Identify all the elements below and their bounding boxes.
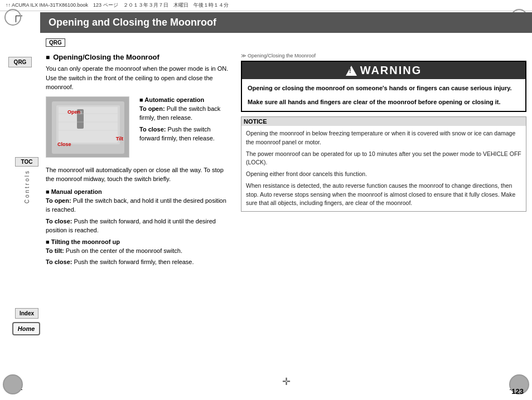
warning-text1: Opening or closing the moonroof on someo… (248, 84, 520, 93)
warning-title: WARNING (360, 64, 422, 77)
warning-box: WARNING Opening or closing the moonroof … (241, 61, 526, 112)
section-title: Opening/Closing the Moonroof (53, 53, 159, 61)
qrg-button[interactable]: QRG (8, 57, 32, 67)
section-intro: You can only operate the moonroof when t… (46, 64, 230, 92)
warning-body: Opening or closing the moonroof on someo… (242, 79, 525, 111)
warning-triangle-icon (346, 66, 357, 76)
sidebar: QRG TOC Controls Index Home (0, 12, 40, 391)
manual-op-open: To open: Pull the switch back, and hold … (46, 196, 230, 214)
manual-operation-section: Manual operation To open: Pull the switc… (46, 188, 230, 235)
bottom-crosshair: ✛ (282, 375, 291, 388)
notice-para3: Opening either front door cancels this f… (246, 170, 521, 179)
index-button[interactable]: Index (15, 308, 38, 319)
notice-para4: When resistance is detected, the auto re… (246, 182, 521, 208)
manual-op-heading: Manual operation (46, 188, 230, 195)
toc-button[interactable]: TOC (15, 157, 38, 167)
tilt-op-heading: Tilting the moonroof up (46, 238, 230, 245)
tilt-operation-section: Tilting the moonroof up To tilt: Push on… (46, 238, 230, 267)
main-content: Opening and Closing the Moonroof QRG Ope… (40, 12, 532, 400)
toc-group: TOC Controls (15, 157, 38, 203)
manual-op-open-label: To open: (46, 197, 71, 204)
image-tilt-label: Tilt (116, 136, 123, 142)
notice-para2: The power moonroof can be operated for u… (246, 150, 521, 168)
metadata-bar: ↑↑ ACURA ILX IMA-31TX86100.book 123 ページ … (0, 0, 532, 11)
manual-op-open-text: Pull the switch back, and hold it until … (46, 197, 226, 213)
tilt-op-close-text: Push the switch forward firmly, then rel… (74, 258, 194, 265)
content-area: Opening/Closing the Moonroof You can onl… (40, 53, 532, 270)
notice-text: Opening the moonroof in below freezing t… (246, 129, 521, 208)
auto-op-note: The moonroof will automatically open or … (46, 165, 230, 184)
notice-header: NOTICE (241, 117, 526, 126)
page-title: Opening and Closing the Moonroof (49, 17, 216, 28)
auto-op-open-label: To open: (139, 105, 165, 112)
qrg-badge: QRG (46, 38, 65, 47)
manual-op-close-label: To close: (46, 218, 72, 225)
section-heading: Opening/Closing the Moonroof (46, 53, 230, 61)
tilt-op-close-label: To close: (46, 258, 72, 265)
warning-text2: Make sure all hands and fingers are clea… (248, 97, 520, 107)
auto-operation-section: Automatic operation To open: Pull the sw… (139, 96, 230, 143)
warning-header: WARNING (242, 62, 525, 79)
notice-para1: Opening the moonroof in below freezing t… (246, 129, 521, 147)
tilt-op-tilt-text: Push on the center of the moonroof switc… (66, 247, 182, 254)
manual-op-close: To close: Push the switch forward, and h… (46, 217, 230, 235)
tilt-op-tilt: To tilt: Push on the center of the moonr… (46, 246, 230, 256)
page-number: 123 (511, 387, 524, 396)
breadcrumb: Opening/Closing the Moonroof (241, 53, 526, 58)
page-header: Opening and Closing the Moonroof (40, 12, 532, 33)
tilt-op-close: To close: Push the switch forward firmly… (46, 257, 230, 267)
auto-op-heading: Automatic operation (139, 96, 230, 103)
auto-op-close-label: To close: (139, 126, 166, 133)
file-info: ↑↑ ACURA ILX IMA-31TX86100.book 123 ページ … (6, 2, 229, 9)
auto-op-open: To open: Pull the switch back firmly, th… (139, 104, 230, 123)
tilt-op-tilt-label: To tilt: (46, 247, 64, 254)
left-panel: Opening/Closing the Moonroof You can onl… (46, 53, 235, 270)
moonroof-image: Open Close Tilt (46, 96, 129, 158)
image-open-label: Open (67, 109, 80, 115)
auto-op-inline: Automatic operation To open: Pull the sw… (139, 96, 230, 162)
notice-box: NOTICE Opening the moonroof in below fre… (241, 116, 526, 212)
right-panel: Opening/Closing the Moonroof WARNING Ope… (235, 53, 526, 270)
home-button[interactable]: Home (12, 322, 40, 335)
auto-op-close: To close: Push the switch forward firmly… (139, 125, 230, 143)
controls-label: Controls (24, 169, 30, 203)
image-close-label: Close (57, 142, 71, 147)
